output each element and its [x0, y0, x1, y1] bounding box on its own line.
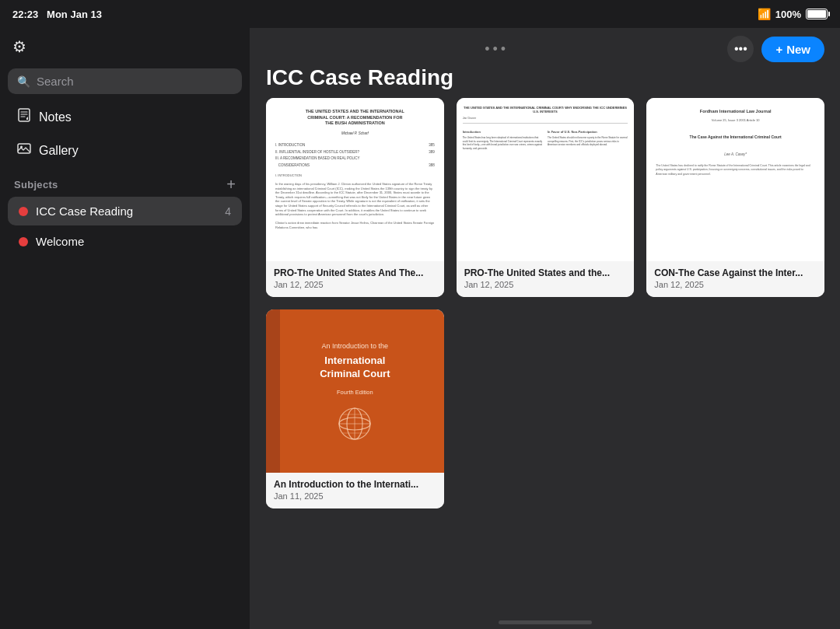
doc4-spine — [266, 309, 280, 473]
search-input[interactable] — [37, 75, 233, 88]
search-icon: 🔍 — [17, 75, 30, 88]
doc1-author: Michael P. Scharf — [275, 131, 435, 137]
subject-dot-icc — [19, 207, 28, 216]
doc-preview-1: THE UNITED STATES AND THE INTERNATIONALC… — [266, 98, 444, 261]
wifi-icon: 📶 — [758, 8, 771, 20]
sidebar: ⚙︎ 🔍 Notes — [0, 28, 250, 629]
doc-card-3[interactable]: Fordham International Law Journal Volume… — [646, 98, 824, 297]
scroll-indicator — [499, 620, 592, 624]
doc-date-2: Jan 12, 2025 — [464, 280, 627, 289]
subject-label-icc: ICC Case Reading — [36, 204, 217, 218]
doc3-author: Lee A. Casey* — [656, 152, 815, 156]
subjects-header: Subjects + — [0, 167, 250, 197]
doc4-edition: Fourth Edition — [320, 389, 390, 396]
doc-preview-4: An Introduction to the InternationalCrim… — [266, 309, 444, 473]
doc-info-2: PRO-The United States and the... Jan 12,… — [457, 261, 635, 297]
doc-card-2[interactable]: THE UNITED STATES AND THE INTERNATIONAL … — [457, 98, 635, 297]
add-subject-button[interactable]: + — [226, 176, 236, 192]
subjects-title: Subjects — [14, 179, 58, 190]
doc-info-1: PRO-The United States And The... Jan 12,… — [266, 261, 444, 297]
doc-name-2: PRO-The United States and the... — [464, 267, 627, 278]
battery-icon — [806, 9, 828, 19]
subject-item-welcome[interactable]: Welcome — [8, 227, 242, 256]
gear-button[interactable]: ⚙︎ — [9, 34, 30, 59]
doc4-book-content: An Introduction to the InternationalCrim… — [320, 341, 390, 440]
notes-icon — [17, 108, 31, 126]
new-button-icon: + — [775, 43, 782, 56]
sidebar-top: ⚙︎ — [0, 28, 250, 68]
search-bar[interactable]: 🔍 — [8, 68, 242, 94]
doc3-body: The United States has declined to ratify… — [656, 164, 815, 176]
main-layout: ⚙︎ 🔍 Notes — [0, 28, 840, 629]
doc-card-1[interactable]: THE UNITED STATES AND THE INTERNATIONALC… — [266, 98, 444, 297]
doc4-title-top: An Introduction to the — [320, 341, 390, 351]
doc-card-4[interactable]: An Introduction to the InternationalCrim… — [266, 309, 444, 508]
sidebar-item-notes[interactable]: Notes — [8, 100, 242, 134]
subject-count-icc: 4 — [225, 205, 231, 218]
battery-percent: 100% — [775, 9, 801, 20]
doc1-body: I. INTRODUCTION In the waning days of hi… — [275, 173, 435, 230]
doc-info-3: CON-The Case Against the Inter... Jan 12… — [646, 261, 824, 297]
doc3-journal: Fordham International Law Journal — [656, 109, 815, 114]
doc3-info: Volume 25, Issue 3 2001 Article 10 — [656, 118, 815, 122]
new-button[interactable]: + New — [761, 37, 824, 62]
doc-date-4: Jan 11, 2025 — [274, 491, 436, 501]
status-time: 22:23 Mon Jan 13 — [12, 9, 102, 20]
new-button-label: New — [786, 43, 810, 56]
ellipsis-button[interactable]: ••• — [727, 36, 754, 62]
status-bar: 22:23 Mon Jan 13 📶 100% — [0, 0, 840, 28]
status-indicators: 📶 100% — [758, 8, 828, 20]
subject-label-welcome: Welcome — [36, 235, 223, 248]
subject-dot-welcome — [19, 237, 28, 246]
doc4-title-main: InternationalCriminal Court — [320, 355, 390, 381]
three-dots-top: ••• — [485, 41, 509, 58]
doc2-header: THE UNITED STATES AND THE INTERNATIONAL … — [463, 106, 628, 114]
subject-item-icc[interactable]: ICC Case Reading 4 — [8, 197, 242, 225]
doc-preview-2: THE UNITED STATES AND THE INTERNATIONAL … — [457, 98, 635, 261]
page-title: ICC Case Reading — [250, 62, 840, 90]
doc-date-1: Jan 12, 2025 — [274, 280, 436, 289]
documents-grid: THE UNITED STATES AND THE INTERNATIONALC… — [250, 90, 840, 616]
doc-name-3: CON-The Case Against the Inter... — [654, 267, 817, 278]
doc-preview-3: Fordham International Law Journal Volume… — [646, 98, 824, 261]
gallery-label: Gallery — [39, 144, 79, 158]
sidebar-item-gallery[interactable]: Gallery — [8, 134, 242, 167]
doc-date-3: Jan 12, 2025 — [654, 280, 817, 289]
doc3-subtitle: The Case Against the International Crimi… — [656, 135, 815, 140]
doc-name-4: An Introduction to the Internati... — [274, 479, 436, 490]
doc-name-1: PRO-The United States And The... — [274, 267, 436, 278]
notes-label: Notes — [39, 110, 72, 124]
nav-items: Notes Gallery — [0, 100, 250, 167]
gallery-icon — [17, 142, 31, 159]
doc1-title: THE UNITED STATES AND THE INTERNATIONALC… — [275, 109, 435, 127]
doc4-globe — [338, 407, 372, 441]
doc-info-4: An Introduction to the Internati... Jan … — [266, 473, 444, 508]
content-area: ••• ••• + New ICC Case Reading THE UNITE… — [250, 28, 840, 629]
